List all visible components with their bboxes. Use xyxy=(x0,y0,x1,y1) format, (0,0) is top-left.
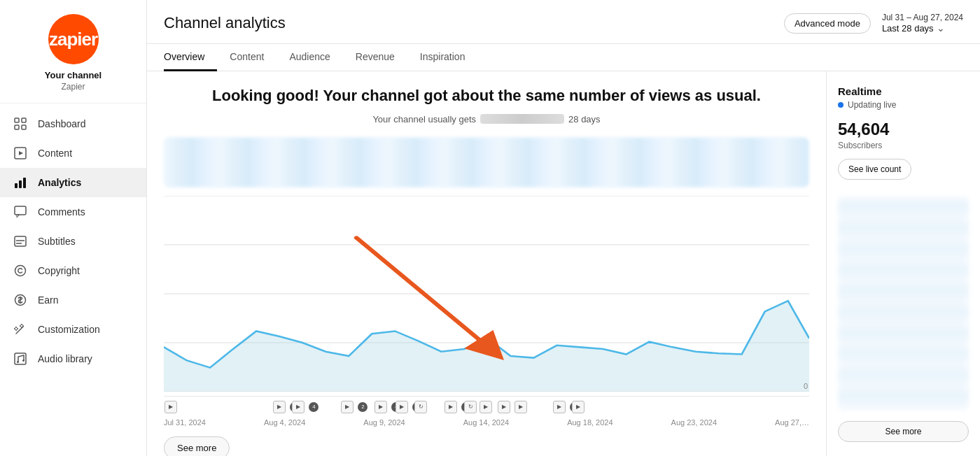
see-more-button[interactable]: See more xyxy=(164,436,230,456)
nav-list: Dashboard Content Analytics xyxy=(0,104,146,456)
magic-icon xyxy=(13,322,28,337)
comment-icon xyxy=(13,204,28,220)
sidebar-item-label: Copyright xyxy=(38,265,80,276)
channel-name: Your channel xyxy=(45,70,102,80)
subscribers-count: 54,604 xyxy=(838,120,969,139)
channel-sub: Zapier xyxy=(61,82,85,92)
svg-point-17 xyxy=(17,361,19,363)
svg-rect-3 xyxy=(22,125,26,129)
advanced-mode-button[interactable]: Advanced mode xyxy=(784,13,871,34)
svg-rect-2 xyxy=(15,125,19,129)
sidebar-item-customization[interactable]: Customization xyxy=(0,315,146,344)
tab-revenue[interactable]: Revenue xyxy=(343,44,407,71)
blurred-range xyxy=(480,114,564,124)
logo-area: zapier Your channel Zapier xyxy=(0,0,146,104)
sidebar-item-comments[interactable]: Comments xyxy=(0,197,146,227)
sidebar-item-label: Content xyxy=(38,148,72,159)
sidebar-item-content[interactable]: Content xyxy=(0,138,146,168)
x-label-1: Jul 31, 2024 xyxy=(164,418,206,427)
sidebar-item-subtitles[interactable]: Subtitles xyxy=(0,227,146,256)
video-icons-row: ▶ ▶ 2 ▶ 4 ▶ 2 ▶ 4 ▶ xyxy=(164,396,809,415)
analytics-chart xyxy=(164,196,809,392)
vid-icon-7: ↻ xyxy=(414,399,428,413)
channel-logo: zapier xyxy=(48,14,99,64)
vid-icon-3: ▶ 4 xyxy=(291,399,318,413)
main-area: Channel analytics Advanced mode Jul 31 –… xyxy=(147,0,980,456)
page-title: Channel analytics xyxy=(164,14,286,32)
x-label-6: Aug 23, 2024 xyxy=(671,418,717,427)
grid-icon xyxy=(13,116,28,131)
subtitles-icon xyxy=(13,234,28,249)
header-right: Advanced mode Jul 31 – Aug 27, 2024 Last… xyxy=(784,13,963,34)
svg-rect-10 xyxy=(15,236,26,246)
play-square-icon xyxy=(13,145,28,161)
date-range-picker[interactable]: Jul 31 – Aug 27, 2024 Last 28 days ⌄ xyxy=(882,13,963,34)
sidebar-item-label: Dashboard xyxy=(38,118,86,129)
tab-inspiration[interactable]: Inspiration xyxy=(407,44,478,71)
blurred-banner xyxy=(164,137,809,187)
sidebar: zapier Your channel Zapier Dashboard xyxy=(0,0,147,456)
bar-chart-icon xyxy=(13,175,28,190)
x-axis-labels: Jul 31, 2024 Aug 4, 2024 Aug 9, 2024 Aug… xyxy=(164,415,809,429)
updating-live: Updating live xyxy=(838,100,969,110)
svg-rect-6 xyxy=(15,183,18,188)
sidebar-item-label: Customization xyxy=(38,324,100,335)
see-more-right-button[interactable]: See more xyxy=(838,421,969,442)
x-label-4: Aug 14, 2024 xyxy=(463,418,509,427)
tab-overview[interactable]: Overview xyxy=(164,44,217,71)
vid-icon-11: ▶ xyxy=(497,399,511,413)
sidebar-item-label: Comments xyxy=(38,206,85,218)
vid-icon-10: ▶ xyxy=(479,399,493,413)
vid-icon-9: ↻ xyxy=(463,399,477,413)
logo-text: zapier xyxy=(49,29,97,50)
live-dot xyxy=(838,102,844,108)
x-label-5: Aug 18, 2024 xyxy=(567,418,612,427)
sidebar-item-label: Subtitles xyxy=(38,236,76,247)
svg-rect-0 xyxy=(15,118,19,122)
svg-point-13 xyxy=(15,266,26,276)
right-panel: Realtime Updating live 54,604 Subscriber… xyxy=(826,71,980,456)
main-headline: Looking good! Your channel got about the… xyxy=(164,85,809,107)
main-header: Channel analytics Advanced mode Jul 31 –… xyxy=(147,0,980,44)
x-label-2: Aug 4, 2024 xyxy=(264,418,305,427)
updating-live-label: Updating live xyxy=(848,100,896,110)
dollar-icon xyxy=(13,292,28,308)
svg-marker-5 xyxy=(19,151,23,155)
sidebar-item-label: Earn xyxy=(38,294,59,306)
tab-audience[interactable]: Audience xyxy=(276,44,342,71)
svg-rect-8 xyxy=(23,178,26,188)
tab-content[interactable]: Content xyxy=(217,44,276,71)
realtime-section: Realtime Updating live 54,604 Subscriber… xyxy=(838,85,969,180)
vid-icon-1: ▶ xyxy=(164,399,178,413)
chart-section: Looking good! Your channel got about the… xyxy=(147,71,826,456)
svg-point-18 xyxy=(22,359,24,362)
sidebar-item-copyright[interactable]: Copyright xyxy=(0,256,146,285)
sidebar-item-label: Analytics xyxy=(38,177,81,188)
date-range-bottom: Last 28 days ⌄ xyxy=(882,22,963,34)
svg-rect-9 xyxy=(15,206,26,215)
svg-rect-1 xyxy=(22,118,26,122)
tabs-bar: Overview Content Audience Revenue Inspir… xyxy=(147,44,980,71)
see-live-count-button[interactable]: See live count xyxy=(838,159,911,180)
sidebar-item-label: Audio library xyxy=(38,353,92,364)
vid-icon-4: ▶ 2 xyxy=(340,399,368,413)
content-area: Looking good! Your channel got about the… xyxy=(147,71,980,456)
svg-rect-7 xyxy=(19,180,22,188)
date-range-top: Jul 31 – Aug 27, 2024 xyxy=(882,13,963,22)
music-icon xyxy=(13,351,28,366)
x-label-7: Aug 27,… xyxy=(775,418,809,427)
sub-text: Your channel usually gets 28 days xyxy=(164,114,809,124)
chevron-down-icon: ⌄ xyxy=(937,22,945,34)
subscribers-label: Subscribers xyxy=(838,141,969,150)
sidebar-item-audio-library[interactable]: Audio library xyxy=(0,344,146,373)
vid-icon-14: ▶ xyxy=(571,399,585,413)
sidebar-item-dashboard[interactable]: Dashboard xyxy=(0,109,146,138)
vid-icon-12: ▶ xyxy=(514,399,528,413)
sidebar-item-earn[interactable]: Earn xyxy=(0,285,146,315)
y-axis-zero: 0 xyxy=(804,382,808,390)
chart-container: 0 xyxy=(164,196,809,392)
sidebar-item-analytics[interactable]: Analytics xyxy=(0,168,146,197)
x-label-3: Aug 9, 2024 xyxy=(363,418,405,427)
realtime-title: Realtime xyxy=(838,85,969,97)
right-blurred-chart xyxy=(838,197,969,410)
